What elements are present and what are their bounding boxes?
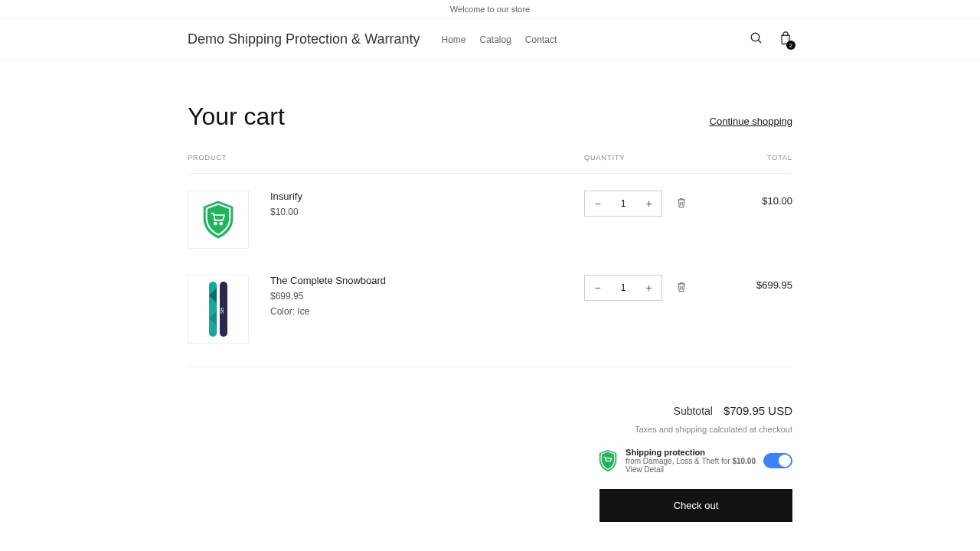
cart-table-header: PRODUCT QUANTITY TOTAL xyxy=(188,154,792,174)
search-button[interactable] xyxy=(750,31,763,47)
protection-desc: from Damage, Loss & Theft for $10.00 xyxy=(626,457,756,465)
continue-shopping-link[interactable]: Continue shopping xyxy=(710,116,792,127)
protection-title: Shipping protection xyxy=(626,448,756,457)
quantity-stepper: − + xyxy=(584,275,662,301)
svg-point-0 xyxy=(751,33,760,41)
remove-item-button[interactable] xyxy=(676,197,687,211)
svg-point-2 xyxy=(214,223,217,225)
header-product: PRODUCT xyxy=(188,154,584,161)
quantity-stepper: − + xyxy=(584,191,662,217)
item-price: $699.95 xyxy=(270,291,584,302)
subtotal-label: Subtotal xyxy=(674,405,713,417)
divider xyxy=(188,367,792,367)
nav-contact[interactable]: Contact xyxy=(525,34,557,45)
trash-icon xyxy=(676,281,687,293)
subtotal-value: $709.95 USD xyxy=(724,404,792,417)
search-icon xyxy=(750,31,763,45)
item-image[interactable] xyxy=(188,191,249,249)
item-image[interactable]: SB xyxy=(188,275,249,344)
item-variant: Color: Ice xyxy=(270,306,584,317)
checkout-button[interactable]: Check out xyxy=(599,489,792,522)
cart-item-row: Insurify $10.00 − + $10.00 xyxy=(188,174,792,258)
snowboard-icon: SB xyxy=(204,280,232,338)
cart-button[interactable]: 2 xyxy=(779,31,792,48)
tax-note: Taxes and shipping calculated at checkou… xyxy=(188,425,792,434)
svg-text:SB: SB xyxy=(220,308,224,314)
qty-increase-button[interactable]: + xyxy=(636,191,662,216)
qty-input[interactable] xyxy=(610,191,636,216)
item-price: $10.00 xyxy=(270,207,584,217)
nav-home[interactable]: Home xyxy=(441,34,466,45)
protection-toggle[interactable] xyxy=(763,453,792,468)
qty-decrease-button[interactable]: − xyxy=(585,191,610,216)
shipping-protection-widget: Shipping protection from Damage, Loss & … xyxy=(188,448,792,474)
qty-increase-button[interactable]: + xyxy=(636,276,662,300)
svg-line-1 xyxy=(758,40,761,43)
brand-title[interactable]: Demo Shipping Protection & Warranty xyxy=(188,31,420,47)
item-name[interactable]: Insurify xyxy=(270,191,584,202)
remove-item-button[interactable] xyxy=(676,281,687,295)
item-total: $699.95 xyxy=(687,275,792,291)
trash-icon xyxy=(676,197,687,209)
qty-decrease-button[interactable]: − xyxy=(585,276,610,300)
announcement-bar: Welcome to our store xyxy=(0,0,980,19)
cart-count-badge: 2 xyxy=(786,41,795,50)
qty-input[interactable] xyxy=(610,276,636,300)
toggle-knob xyxy=(779,455,791,467)
nav-catalog[interactable]: Catalog xyxy=(479,34,511,45)
header-total: TOTAL xyxy=(714,154,792,161)
cart-item-row: SB The Complete Snowboard $699.95 Color:… xyxy=(188,258,792,353)
shield-icon xyxy=(598,449,618,472)
svg-point-3 xyxy=(220,223,222,225)
main-nav: Home Catalog Contact xyxy=(441,34,557,45)
item-name[interactable]: The Complete Snowboard xyxy=(270,275,584,286)
header-quantity: QUANTITY xyxy=(584,154,714,161)
site-header: Demo Shipping Protection & Warranty Home… xyxy=(0,19,980,60)
item-total: $10.00 xyxy=(687,191,792,207)
shield-cart-icon xyxy=(201,200,236,240)
protection-view-detail-link[interactable]: View Detail xyxy=(626,465,756,474)
page-title: Your cart xyxy=(188,103,285,131)
